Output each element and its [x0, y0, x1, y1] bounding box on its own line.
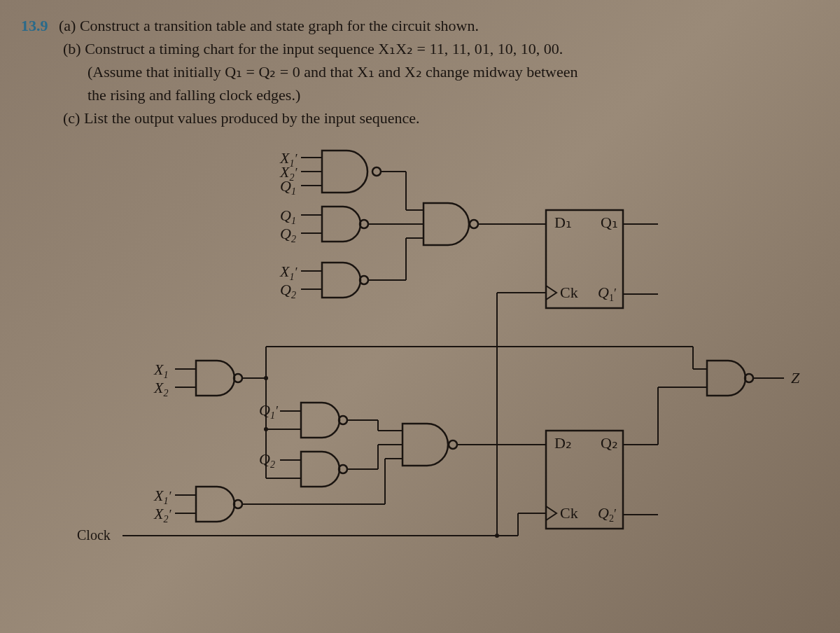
gate4-in1-label: X1	[154, 361, 168, 381]
gate7-in2-label: X2′	[154, 505, 171, 525]
gate2-in2-label: Q2	[280, 225, 296, 245]
part-b-line2: (Assume that initially Q₁ = Q₂ = 0 and t…	[88, 63, 578, 81]
svg-point-58	[495, 534, 499, 538]
part-b-line3: the rising and falling clock edges.)	[88, 86, 300, 104]
part-b-line1: (b) Construct a timing chart for the inp…	[63, 37, 563, 60]
svg-point-50	[264, 376, 268, 380]
ff1-d-label: D₁	[554, 214, 572, 232]
ff2-q-label: Q₂	[601, 434, 618, 452]
ff2-qbar-label: Q2′	[598, 504, 617, 524]
gate3-in2-label: Q2	[280, 281, 296, 301]
problem-text: 13.9 (a) Construct a transition table an…	[21, 14, 819, 130]
problem-number: 13.9	[21, 14, 48, 37]
circuit-svg	[56, 144, 826, 578]
ff1-qbar-label: Q1′	[598, 284, 617, 304]
svg-point-32	[264, 427, 268, 431]
gate5-in-label: Q1′	[259, 401, 278, 422]
part-c: (c) List the output values produced by t…	[63, 106, 420, 130]
output-z-label: Z	[791, 369, 799, 387]
ff1-q-label: Q₁	[601, 214, 618, 232]
gate1-in3-label: Q1	[280, 177, 296, 197]
svg-point-3	[372, 167, 381, 176]
gate6-in-label: Q2	[259, 450, 275, 471]
circuit-diagram: X1′ X2′ Q1 Q1 Q2 X1′ Q2 X1 X2 Q1′ Q2 X1′…	[56, 144, 826, 578]
ff1-ck-label: Ck	[560, 284, 578, 302]
part-a: (a) Construct a transition table and sta…	[59, 17, 479, 34]
gate2-in1-label: Q1	[280, 207, 296, 227]
gate4-in2-label: X2	[154, 379, 168, 399]
ff2-ck-label: Ck	[560, 504, 578, 522]
gate7-in1-label: X1′	[154, 487, 171, 507]
ff2-d-label: D₂	[554, 434, 572, 452]
gate3-in1-label: X1′	[280, 263, 297, 283]
clock-label: Clock	[77, 527, 111, 543]
